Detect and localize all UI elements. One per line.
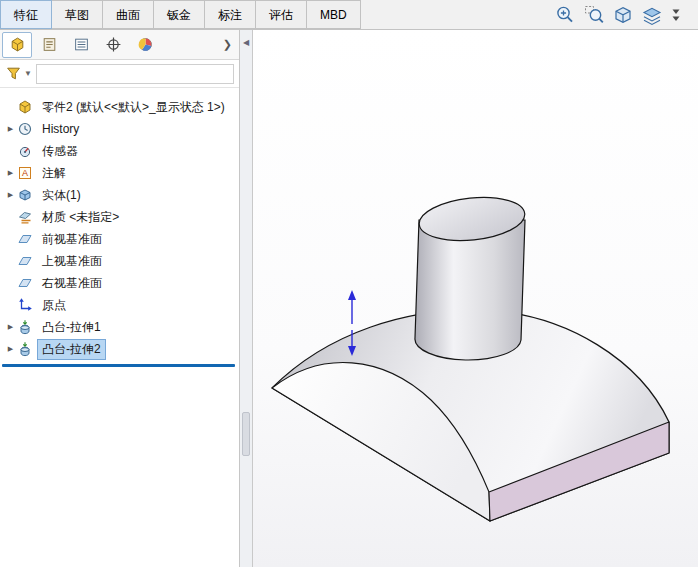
graphics-viewport[interactable] [253, 30, 698, 567]
dimxpertmanager-tab[interactable] [98, 32, 128, 58]
view-settings-icon[interactable] [641, 4, 663, 26]
filter-funnel-icon[interactable] [5, 65, 22, 82]
panel-collapse-icon[interactable]: ◀ [241, 36, 251, 50]
ribbon-tab-1[interactable]: 特征 [0, 0, 52, 29]
expand-arrow[interactable]: ▶ [4, 323, 17, 331]
plane-icon [17, 231, 34, 247]
ribbon-tab-7[interactable]: MBD [307, 0, 361, 29]
ribbon-tab-5[interactable]: 标注 [205, 0, 256, 29]
ribbon-tab-2[interactable]: 草图 [52, 0, 103, 29]
toolbar-overflow-icon[interactable] [670, 4, 682, 26]
zoom-to-area-icon[interactable] [583, 4, 605, 26]
ribbon-tab-3[interactable]: 曲面 [103, 0, 154, 29]
expand-arrow[interactable]: ▶ [4, 169, 17, 177]
featuremanager-tab[interactable] [2, 32, 32, 58]
tree-item-annotations[interactable]: ▶A注解 [0, 162, 239, 184]
tree-item-history[interactable]: ▶History [0, 118, 239, 140]
panel-tab-strip: ❯ [0, 30, 239, 60]
heads-up-toolbar [554, 4, 682, 26]
tree-item-boss-extrude1[interactable]: ▶凸台-拉伸1 [0, 316, 239, 338]
tree-item-sensors[interactable]: 传感器 [0, 140, 239, 162]
tree-item-top-plane[interactable]: 上视基准面 [0, 250, 239, 272]
splitter-thumb[interactable] [242, 412, 250, 456]
expand-arrow[interactable]: ▶ [4, 125, 17, 133]
tree-item-label: 凸台-拉伸2 [37, 339, 106, 360]
plane-icon [17, 253, 34, 269]
cylinder-boss-extrude2[interactable] [415, 193, 527, 360]
tree-item-material[interactable]: 材质 <未指定> [0, 206, 239, 228]
tree-item-label: 右视基准面 [37, 273, 107, 294]
tree-item-label: 前视基准面 [37, 229, 107, 250]
configurationmanager-tab[interactable] [66, 32, 96, 58]
tree-item-label: 原点 [37, 295, 71, 316]
tree-item-label: 凸台-拉伸1 [37, 317, 106, 338]
featuremanager-panel: ❯ ▼ 零件2 (默认<<默认>_显示状态 1>)▶History传感器▶A注解… [0, 30, 240, 567]
tree-item-label: 材质 <未指定> [37, 207, 124, 228]
sensor-icon [17, 143, 34, 159]
annotation-icon: A [17, 165, 34, 181]
tree-item-solid-bodies[interactable]: ▶实体(1) [0, 184, 239, 206]
extrude-icon [17, 319, 34, 335]
expand-arrow[interactable]: ▶ [4, 345, 17, 353]
part-icon [17, 99, 34, 115]
displaymanager-tab[interactable] [130, 32, 160, 58]
tree-item-label: 零件2 (默认<<默认>_显示状态 1>) [37, 97, 230, 118]
tree-item-label: 实体(1) [37, 185, 86, 206]
tree-item-root[interactable]: 零件2 (默认<<默认>_显示状态 1>) [0, 96, 239, 118]
panel-splitter[interactable]: ◀ [240, 30, 253, 567]
tree-item-front-plane[interactable]: 前视基准面 [0, 228, 239, 250]
feature-tree: 零件2 (默认<<默认>_显示状态 1>)▶History传感器▶A注解▶实体(… [0, 88, 239, 360]
ribbon-tab-6[interactable]: 评估 [256, 0, 307, 29]
panel-tabs-overflow-icon[interactable]: ❯ [218, 38, 237, 51]
filter-caret-icon[interactable]: ▼ [24, 69, 32, 78]
extrude-icon [17, 341, 34, 357]
propertymanager-tab[interactable] [34, 32, 64, 58]
tree-item-label: 传感器 [37, 141, 83, 162]
tree-item-label: History [37, 120, 84, 138]
solids-icon [17, 187, 34, 203]
ribbon-tab-strip: 特征草图曲面钣金标注评估MBD [0, 0, 361, 29]
tree-filter-row: ▼ [0, 60, 239, 88]
ribbon-tab-4[interactable]: 钣金 [154, 0, 205, 29]
tree-item-origin[interactable]: 原点 [0, 294, 239, 316]
tree-item-right-plane[interactable]: 右视基准面 [0, 272, 239, 294]
material-icon [17, 209, 34, 225]
model-3d[interactable] [253, 30, 698, 567]
tree-item-label: 注解 [37, 163, 71, 184]
plane-icon [17, 275, 34, 291]
tree-item-label: 上视基准面 [37, 251, 107, 272]
rollback-bar[interactable] [2, 364, 235, 367]
origin-triad [348, 290, 356, 356]
tree-item-boss-extrude2[interactable]: ▶凸台-拉伸2 [0, 338, 239, 360]
svg-text:A: A [22, 168, 28, 178]
origin-icon [17, 297, 34, 313]
zoom-to-fit-icon[interactable] [554, 4, 576, 26]
command-manager-ribbon: 特征草图曲面钣金标注评估MBD [0, 0, 698, 30]
section-view-icon[interactable] [612, 4, 634, 26]
history-icon [17, 121, 34, 137]
tree-filter-input[interactable] [36, 64, 234, 84]
expand-arrow[interactable]: ▶ [4, 191, 17, 199]
